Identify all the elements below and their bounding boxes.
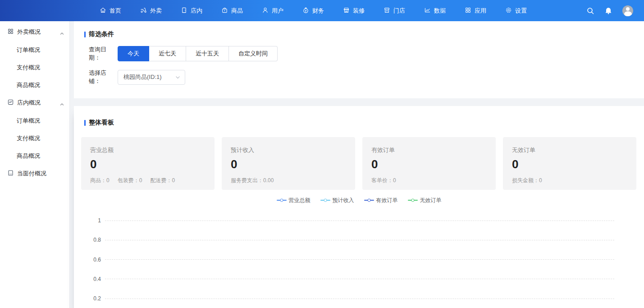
topbar-right-tools [586,0,633,21]
nav-item-1[interactable]: 首页 [90,0,131,21]
nav-item-11[interactable]: 设置 [496,0,536,21]
stat-detail: 服务费支出：0.00 [231,177,274,184]
nav-item-2[interactable]: 外卖 [131,0,171,21]
y-axis-tick-label: 0.6 [74,257,101,263]
user-avatar[interactable] [622,5,633,16]
sidebar-item-label: 支付概况 [17,64,40,72]
section-title-bar [84,120,86,126]
stat-card-row: 营业总额0商品：0包装费：0配送费：0预计收入0服务费支出：0.00有效订单0客… [81,137,637,190]
nav-item-label: 财务 [312,7,324,15]
stat-card-details: 商品：0包装费：0配送费：0 [90,177,206,184]
nav-item-9[interactable]: 数据 [415,0,455,21]
legend-marker-icon [277,200,287,201]
nav-item-label: 门店 [393,7,405,15]
scooter-icon [140,7,147,15]
stat-card-value: 0 [371,157,487,171]
sidebar-item[interactable]: 订单概况 [0,41,69,59]
bell-icon[interactable] [604,7,612,15]
chevron-down-icon [175,75,180,80]
stat-detail: 损失金额：0 [512,177,542,184]
sidebar-item[interactable]: 支付概况 [0,129,69,147]
nav-item-3[interactable]: 店内 [171,0,212,21]
sidebar-group-2[interactable]: 店内概况 [0,94,69,112]
chart-line-icon [424,7,431,15]
legend-item[interactable]: 无效订单 [408,197,442,204]
date-filter-label: 查询日期： [89,46,118,62]
section-title-text: 筛选条件 [89,30,114,38]
legend-item[interactable]: 营业总额 [277,197,311,204]
nav-item-5[interactable]: 用户 [252,0,293,21]
store-filter-label: 选择店铺： [89,69,118,85]
chart-gridline-row: 0.6 [74,257,644,263]
storefront-icon [343,7,350,15]
nav-item-label: 装修 [353,7,365,15]
chart-gridline-row: 1 [74,217,644,224]
sidebar-group-1[interactable]: 外卖概况 [0,23,69,41]
date-option-button[interactable]: 今天 [118,46,149,61]
board-section-title: 整体看板 [84,106,644,127]
sidebar-group-3[interactable]: 当面付概况 [0,165,69,183]
sidebar-item[interactable]: 支付概况 [0,59,69,76]
legend-marker-icon [320,200,330,201]
shop-icon [384,7,390,15]
date-option-button[interactable]: 近十五天 [186,46,229,61]
stat-detail: 包装费：0 [118,177,142,184]
stat-detail: 客单价：0 [371,177,396,184]
filter-section-title: 筛选条件 [84,21,644,38]
nav-item-label: 首页 [110,7,121,15]
nav-item-6[interactable]: 财务 [293,0,333,21]
section-title-bar [84,32,86,37]
gridline [105,259,614,260]
top-nav-menu: 首页外卖店内商品用户财务装修门店数据应用设置 [90,0,536,21]
stat-card: 无效订单0损失金额：0 [503,137,636,190]
stat-card-value: 0 [512,157,627,171]
overview-line-chart: 10.80.60.40.2 [74,210,644,308]
chart-legend: 营业总额预计收入有效订单无效订单 [74,197,644,204]
stat-card-details: 服务费支出：0.00 [231,177,346,184]
chevron-up-icon [60,101,64,105]
store-filter-row: 选择店铺： 桃园尚品(ID:1) [89,69,644,85]
date-option-button[interactable]: 近七天 [149,46,186,61]
stat-card: 预计收入0服务费支出：0.00 [222,137,355,190]
chart-gridline-row: 0.8 [74,237,644,243]
nav-item-7[interactable]: 装修 [333,0,374,21]
nav-item-10[interactable]: 应用 [455,0,496,21]
stat-card-details: 客单价：0 [371,177,487,184]
nav-item-8[interactable]: 门店 [374,0,415,21]
store-select[interactable]: 桃园尚品(ID:1) [118,70,185,85]
main-content: 筛选条件 查询日期： 今天近七天近十五天自定义时间 选择店铺： 桃园尚品(ID:… [70,21,644,308]
chevron-up-icon [60,30,64,34]
sidebar-item-label: 商品概况 [17,81,40,89]
top-navigation-bar: 首页外卖店内商品用户财务装修门店数据应用设置 [0,0,644,21]
stat-card-value: 0 [90,157,206,171]
nav-item-label: 商品 [231,7,243,15]
nav-item-label: 数据 [434,7,446,15]
sidebar-item[interactable]: 商品概况 [0,147,69,165]
sidebar-group-label: 当面付概况 [17,170,64,178]
sidebar-group-label: 外卖概况 [17,28,60,36]
stat-card-details: 损失金额：0 [512,177,627,184]
legend-label: 预计收入 [333,197,354,204]
apps-icon [7,28,17,36]
money-icon [302,7,309,15]
y-axis-tick-label: 0.8 [74,237,101,243]
legend-label: 营业总额 [289,197,311,204]
stat-detail: 商品：0 [90,177,110,184]
nav-item-4[interactable]: 商品 [212,0,252,21]
gridline [105,240,614,240]
stat-card: 营业总额0商品：0包装费：0配送费：0 [81,137,215,190]
sidebar-item[interactable]: 商品概况 [0,76,69,94]
legend-item[interactable]: 预计收入 [320,197,354,204]
chart-box-icon [7,99,17,107]
sidebar-item[interactable]: 订单概况 [0,112,69,129]
gear-icon [505,7,512,15]
nav-item-label: 设置 [515,7,527,15]
sidebar-group-label: 店内概况 [17,99,60,107]
legend-item[interactable]: 有效订单 [364,197,398,204]
y-axis-tick-label: 1 [74,217,101,224]
date-option-button[interactable]: 自定义时间 [229,46,278,61]
nav-item-label: 用户 [272,7,283,15]
search-icon[interactable] [586,7,594,15]
stat-card-value: 0 [231,157,346,171]
legend-label: 有效订单 [376,197,398,204]
